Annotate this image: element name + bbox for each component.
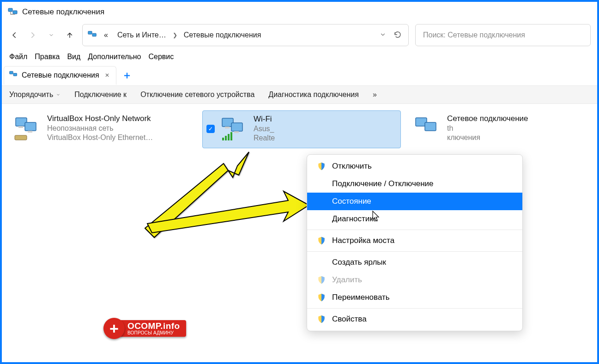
tab-icon — [9, 70, 18, 81]
svg-rect-3 — [92, 33, 96, 36]
menu-edit[interactable]: Правка — [35, 53, 60, 61]
ctx-separator — [307, 308, 522, 309]
ctx-status-label: Состояние — [332, 197, 371, 206]
breadcrumb-segment-2[interactable]: Сетевые подключения — [181, 29, 264, 41]
chevron-down-icon — [56, 92, 61, 97]
ctx-bridge-label: Настройка моста — [332, 236, 394, 245]
menu-bar: Файл Правка Вид Дополнительно Сервис — [2, 49, 597, 65]
address-bar-dropdown[interactable] — [378, 30, 388, 41]
svg-rect-8 — [18, 126, 23, 128]
ctx-properties-label: Свойства — [332, 315, 367, 324]
command-toolbar: Упорядочить Подключение к Отключение сет… — [2, 86, 597, 104]
ctx-connect-disconnect-label: Подключение / Отключение — [332, 179, 434, 188]
svg-rect-17 — [228, 134, 230, 140]
back-button[interactable] — [8, 29, 20, 41]
ctx-diagnose-label: Диагностика — [332, 214, 378, 224]
svg-rect-10 — [15, 135, 27, 140]
watermark-logo: + OCOMP.info ВОПРОСЫ АДМИНУ — [103, 318, 186, 339]
ctx-disable[interactable]: Отключить — [307, 158, 522, 175]
tab-network-connections[interactable]: Сетевые подключения ✕ — [4, 66, 116, 85]
connection-device: ключения — [447, 133, 528, 142]
network-connections-icon — [7, 6, 18, 18]
shield-icon — [316, 162, 327, 171]
svg-rect-15 — [222, 138, 224, 140]
connection-status: Неопознанная сеть — [47, 124, 153, 133]
network-adapter-icon — [413, 114, 442, 144]
network-adapter-icon — [13, 114, 42, 144]
connection-virtualbox[interactable]: VirtualBox Host-Only Network Неопознанна… — [9, 110, 194, 148]
svg-rect-12 — [231, 123, 242, 131]
breadcrumb-prefix-button[interactable]: « — [101, 29, 111, 41]
shield-icon — [316, 275, 327, 285]
connection-name: Сетевое подключение — [447, 114, 528, 123]
svg-rect-7 — [25, 122, 36, 131]
connection-name: VirtualBox Host-Only Network — [47, 114, 153, 123]
ctx-separator — [307, 230, 522, 230]
connection-device: VirtualBox Host-Only Ethernet… — [47, 133, 153, 142]
svg-rect-9 — [28, 131, 32, 133]
search-input[interactable] — [422, 30, 584, 40]
ctx-delete-label: Удалить — [332, 275, 362, 285]
ctx-connect-disconnect[interactable]: Подключение / Отключение — [307, 175, 522, 193]
titlebar: Сетевые подключения — [2, 2, 597, 21]
toolbar-overflow[interactable]: » — [373, 91, 377, 99]
svg-rect-16 — [225, 136, 227, 140]
ctx-delete: Удалить — [307, 271, 522, 289]
toolbar-organize-label: Упорядочить — [9, 91, 53, 99]
toolbar-connect-to[interactable]: Подключение к — [74, 91, 127, 99]
toolbar-disable-device[interactable]: Отключение сетевого устройства — [140, 91, 254, 99]
tab-label: Сетевые подключения — [22, 71, 99, 79]
connection-device: Realte — [254, 134, 275, 142]
forward-button[interactable] — [27, 29, 39, 41]
toolbar-organize[interactable]: Упорядочить — [9, 91, 61, 99]
refresh-button[interactable] — [392, 29, 404, 42]
svg-rect-20 — [425, 122, 436, 131]
connection-status: th — [447, 124, 528, 133]
wifi-adapter-icon — [219, 115, 249, 144]
tab-close-button[interactable]: ✕ — [103, 71, 111, 79]
window: Сетевые подключения « Сеть и Инте… ❯ Сет… — [0, 0, 599, 364]
ctx-diagnose[interactable]: Диагностика — [307, 210, 522, 228]
svg-rect-18 — [230, 132, 232, 140]
svg-rect-14 — [234, 131, 239, 133]
logo-sub-text: ВОПРОСЫ АДМИНУ — [127, 331, 180, 336]
ctx-status[interactable]: Состояние — [307, 193, 522, 210]
connection-wifi[interactable]: ✓ Wi-Fi Asus_ Rea — [202, 110, 401, 148]
ctx-separator — [307, 251, 522, 252]
plus-icon: + — [103, 318, 125, 339]
svg-rect-0 — [8, 8, 12, 12]
ctx-properties[interactable]: Свойства — [307, 310, 522, 328]
logo-main-text: OCOMP.info — [127, 322, 180, 331]
svg-rect-5 — [13, 73, 17, 76]
window-title: Сетевые подключения — [22, 7, 104, 17]
connection-name: Wi-Fi — [254, 115, 275, 124]
new-tab-button[interactable]: ＋ — [116, 67, 138, 84]
menu-service[interactable]: Сервис — [149, 53, 174, 61]
menu-file[interactable]: Файл — [9, 53, 27, 61]
svg-rect-4 — [10, 71, 13, 74]
ctx-disable-label: Отключить — [332, 162, 372, 171]
shield-icon — [316, 236, 327, 245]
address-bar-icon — [87, 30, 97, 41]
ctx-bridge[interactable]: Настройка моста — [307, 232, 522, 249]
search-box[interactable] — [415, 24, 591, 46]
shield-icon — [316, 293, 327, 302]
navigation-row: « Сеть и Инте… ❯ Сетевые подключения — [2, 21, 597, 49]
up-button[interactable] — [64, 29, 76, 41]
tab-strip: Сетевые подключения ✕ ＋ — [2, 65, 597, 86]
context-menu: Отключить Подключение / Отключение Состо… — [307, 154, 523, 331]
connection-status: Asus_ — [254, 125, 275, 133]
recent-locations-dropdown[interactable] — [45, 29, 57, 41]
ctx-rename-label: Переименовать — [332, 293, 390, 302]
ctx-shortcut-label: Создать ярлык — [332, 258, 386, 267]
breadcrumb-segment-1[interactable]: Сеть и Инте… — [115, 29, 169, 41]
address-bar[interactable]: « Сеть и Инте… ❯ Сетевые подключения — [82, 24, 409, 46]
menu-extra[interactable]: Дополнительно — [88, 53, 141, 61]
selection-checkbox[interactable]: ✓ — [206, 125, 215, 133]
svg-rect-2 — [88, 31, 92, 34]
ctx-rename[interactable]: Переименовать — [307, 289, 522, 306]
menu-view[interactable]: Вид — [67, 53, 80, 61]
toolbar-diagnose[interactable]: Диагностика подключения — [268, 91, 359, 99]
connection-bluetooth[interactable]: Сетевое подключение th ключения — [409, 110, 566, 148]
ctx-shortcut[interactable]: Создать ярлык — [307, 254, 522, 271]
